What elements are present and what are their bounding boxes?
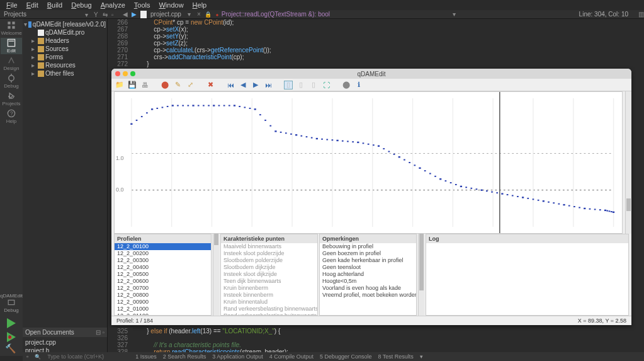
sync-icon[interactable]: ⇆ (103, 11, 109, 18)
function-selector[interactable]: ⬥ Project::readLog(QTextStream &): bool (215, 11, 330, 18)
select-icon[interactable]: ✎ (173, 81, 182, 89)
record-icon[interactable]: ⬤ (161, 81, 169, 89)
list-item[interactable]: 12_2_00500 (115, 271, 211, 278)
app-titlebar[interactable]: qDAMEdit (111, 69, 631, 79)
locator-input[interactable] (47, 353, 129, 360)
tree-folder-headers[interactable]: ▸Headers (24, 37, 106, 45)
list-item[interactable]: Voorland is even hoog als kade (320, 285, 416, 292)
list-item[interactable]: 12_2_00400 (115, 264, 211, 271)
list-item[interactable]: 12_2_01100 (115, 312, 211, 315)
output-tab-tests[interactable]: 8 Test Results (378, 353, 413, 360)
output-tab-appout[interactable]: 3 Application Output (212, 353, 263, 360)
pin-icon[interactable]: ⊟ (96, 329, 101, 336)
profielen-scrollbar[interactable] (213, 234, 219, 316)
menu-tools[interactable]: Tools (130, 1, 154, 9)
tree-folder-forms[interactable]: ▸Forms (24, 53, 106, 61)
rail-debug[interactable]: Debug (1, 73, 22, 89)
list-item[interactable]: 12_2_00800 (115, 292, 211, 299)
list-item[interactable]: 12_2_00200 (115, 250, 211, 257)
view2-icon[interactable]: ▯ (297, 81, 305, 89)
list-item[interactable]: Geen teensloot (320, 264, 416, 271)
measure-icon[interactable]: ⤢ (186, 81, 195, 89)
first-icon[interactable]: ⏮ (226, 81, 235, 89)
output-dropdown-icon[interactable]: ▾ (420, 353, 423, 360)
tab-close-icon[interactable]: × (197, 11, 201, 18)
rail-edit[interactable]: Edit (1, 38, 22, 54)
last-icon[interactable]: ⏭ (264, 81, 273, 89)
list-profielen[interactable]: 12_2_0010012_2_0020012_2_0030012_2_00400… (115, 243, 211, 315)
list-item[interactable]: Geen kade herkenbaar in profiel (320, 257, 416, 264)
list-item[interactable]: Kruin binnentalud (221, 299, 317, 306)
list-item[interactable]: 12_2_01000 (115, 306, 211, 312)
delete-icon[interactable]: ✖ (206, 81, 215, 89)
fullscreen-icon[interactable]: ⛶ (322, 81, 330, 89)
menu-edit[interactable]: Edit (23, 1, 42, 9)
list-item[interactable]: Hoogte<0,5m (320, 278, 416, 285)
menu-debug[interactable]: Debug (67, 1, 95, 9)
run-button[interactable] (5, 316, 18, 328)
list-item[interactable]: Geen boezem in profiel (320, 250, 416, 257)
list-item[interactable]: Teen dijk binnenwaarts (221, 278, 317, 285)
chart-scrollbar[interactable] (625, 91, 631, 234)
tree-root[interactable]: ▾qDAMEdit [release/v0.2.0] (24, 20, 106, 28)
editor-split-icon[interactable]: ▥ (638, 11, 644, 18)
bottom-close-icon[interactable]: ▫ (26, 353, 28, 360)
list-item[interactable]: Rand verkeersbelasting binnenwaarts (221, 306, 317, 312)
list-item[interactable]: Slootbodem dijkzijde (221, 264, 317, 271)
project-tree[interactable]: ▾qDAMEdit [release/v0.2.0] qDAMEdit.pro … (23, 19, 107, 79)
list-item[interactable]: Slootbodem polderzijde (221, 257, 317, 264)
list-item[interactable]: Kruin binnenberm (221, 285, 317, 292)
info-icon[interactable]: ℹ (354, 81, 363, 89)
open-doc[interactable]: project.cpp (25, 338, 105, 347)
opm-scrollbar[interactable] (418, 234, 424, 316)
list-item[interactable]: Insteek sloot dijkzijde (221, 271, 317, 278)
tree-folder-sources[interactable]: ▸Sources (24, 45, 106, 53)
list-log[interactable] (426, 243, 628, 315)
func-dropdown-icon[interactable]: ▾ (453, 11, 456, 18)
print-icon[interactable]: 🖶 (140, 81, 149, 89)
rail-design[interactable]: Design (1, 55, 22, 72)
list-item[interactable]: Insteek sloot polderzijde (221, 250, 317, 257)
prev-icon[interactable]: ◀ (239, 81, 247, 89)
output-tab-issues[interactable]: 1 Issues (135, 353, 157, 360)
list-item[interactable]: Vreemd profiel, moet bekeken worden (320, 292, 416, 299)
menu-file[interactable]: File (3, 1, 21, 9)
tab-filename[interactable]: project.cpp (150, 11, 181, 18)
open-documents-header[interactable]: Open Documents ⊟▫ (23, 328, 107, 337)
funnel-icon[interactable]: Y (94, 11, 100, 18)
output-tab-search[interactable]: 2 Search Results (163, 353, 206, 360)
code-editor-top[interactable]: 266 CPoint* cp = new CPoint(id);267 cp->… (108, 19, 644, 67)
close-icon[interactable]: ▫ (102, 329, 105, 336)
list-item[interactable]: Maaiveld binnenwaarts (221, 243, 317, 250)
build-button[interactable]: 🔨 (5, 343, 18, 356)
rail-help[interactable]: ?Help (1, 108, 22, 125)
menu-analyze[interactable]: Analyze (97, 1, 129, 9)
tab-dropdown-icon[interactable]: ▾ (188, 11, 191, 18)
view3-icon[interactable]: ▯ (309, 81, 318, 89)
list-kp[interactable]: Maaiveld binnenwaartsInsteek sloot polde… (221, 243, 317, 315)
output-tab-compile[interactable]: 4 Compile Output (269, 353, 314, 360)
list-item[interactable]: Bebouwing in profiel (320, 243, 416, 250)
view1-icon[interactable]: ▯ (284, 81, 293, 89)
nav-back-icon[interactable]: ◀ (123, 11, 128, 18)
list-opm[interactable]: Bebouwing in profielGeen boezem in profi… (320, 243, 416, 315)
output-tab-debugger[interactable]: 5 Debugger Console (320, 353, 372, 360)
rail-projects[interactable]: Projects (1, 91, 22, 107)
list-item[interactable]: Rand verkeersbelasting buitenwaarts (221, 312, 317, 315)
chart[interactable]: 1.0 0.0 (114, 91, 623, 234)
list-item[interactable]: 12_2_00700 (115, 285, 211, 292)
list-item[interactable]: 12_2_00300 (115, 257, 211, 264)
rail-welcome[interactable]: Welcome (1, 20, 22, 37)
nav-fwd-icon[interactable]: ▶ (132, 11, 137, 18)
settings2-icon[interactable]: ⬤ (342, 81, 351, 89)
list-item[interactable]: 12_2_00600 (115, 278, 211, 285)
list-item[interactable]: Insteek binnenberm (221, 292, 317, 299)
list-item[interactable]: 12_2_00900 (115, 299, 211, 306)
filter-icon[interactable]: ▾ (85, 11, 91, 18)
tree-folder-resources[interactable]: ▸Resources (24, 61, 106, 69)
list-item[interactable]: 12_2_00100 (115, 243, 211, 250)
line-col-indicator[interactable]: Line: 304, Col: 10 (579, 11, 628, 18)
run-debug-button[interactable]: 🐞 (5, 329, 18, 342)
list-item[interactable]: Hoog achterland (320, 271, 416, 278)
tree-folder-other[interactable]: ▸Other files (24, 69, 106, 77)
